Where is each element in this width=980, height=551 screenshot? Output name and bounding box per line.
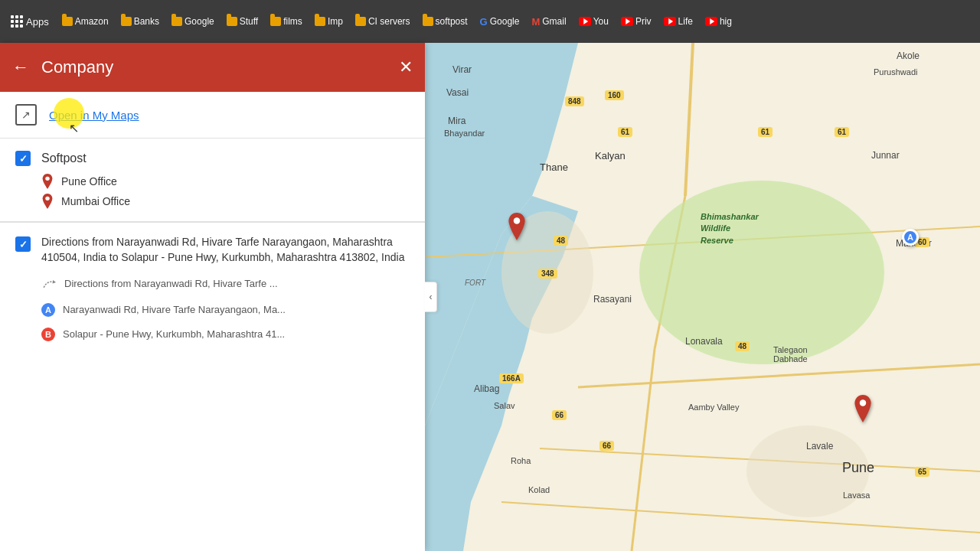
bookmark-youtube-priv[interactable]: Priv	[617, 14, 655, 29]
bookmark-label: Google	[185, 16, 214, 27]
main-content: ← Company ✕ Open in My Maps ↖ Softpost	[0, 43, 980, 551]
open-in-mymaps-icon	[15, 104, 37, 126]
bookmark-label: Stuff	[240, 16, 258, 27]
road-number-65: 65	[915, 467, 929, 477]
directions-sub-item-a[interactable]: A Narayanwadi Rd, Hivare Tarfe Narayanga…	[41, 303, 410, 317]
map-label-fort: FORT	[465, 279, 485, 287]
map-label-kalyan: Kalyan	[595, 150, 626, 161]
bookmark-google-g[interactable]: G Google	[476, 14, 524, 30]
map-label-aamby: Aamby Valley	[688, 403, 739, 412]
directions-sub-list: Directions from Narayanwadi Rd, Hivare T…	[41, 277, 410, 341]
bookmark-label: CI servers	[368, 16, 410, 27]
apps-button[interactable]: Apps	[6, 12, 54, 31]
directions-sub-item-route[interactable]: Directions from Narayanwadi Rd, Hivare T…	[41, 277, 410, 292]
cursor-arrow: ↖	[69, 121, 79, 135]
waypoint-b-text: Solapur - Pune Hwy, Kurkumbh, Maharashtr…	[63, 328, 285, 341]
map-label-virar: Virar	[452, 64, 472, 75]
bookmark-ci-servers[interactable]: CI servers	[351, 14, 414, 29]
collapse-panel-toggle[interactable]: ‹	[425, 282, 437, 312]
map-label-roha: Roha	[511, 456, 531, 465]
close-button[interactable]: ✕	[399, 57, 413, 77]
bookmark-label: Gmail	[542, 16, 566, 27]
route-text: Directions from Narayanwadi Rd, Hivare T…	[64, 277, 278, 291]
directions-section: Directions from Narayanwadi Rd, Hivare T…	[0, 223, 425, 354]
location-item-mumbai[interactable]: Mumbai Office	[41, 194, 410, 209]
browser-toolbar: Apps Amazon Banks Google Stuff films Imp…	[0, 0, 980, 43]
map-label-thane: Thane	[540, 161, 568, 173]
softpost-checkbox[interactable]	[15, 151, 31, 166]
location-pin-icon	[41, 194, 54, 209]
folder-icon	[227, 17, 237, 26]
bookmark-google[interactable]: Google	[168, 14, 218, 29]
youtube-icon	[664, 17, 676, 26]
folder-icon	[270, 17, 281, 26]
location-list: Pune Office Mumbai Office	[41, 174, 410, 209]
folder-icon	[355, 17, 366, 26]
road-number-848: 848	[565, 96, 584, 106]
road-number-61-2: 61	[758, 127, 773, 137]
collapse-icon: ‹	[430, 292, 433, 302]
directions-checkbox[interactable]	[15, 236, 31, 252]
bookmark-label: Life	[678, 16, 693, 27]
map-area[interactable]: Virar Vasai Mira Bhayandar Thane Kalyan …	[425, 43, 980, 551]
location-item-pune[interactable]: Pune Office	[41, 174, 410, 189]
map-label-pune: Pune	[842, 460, 874, 476]
open-mymaps-row[interactable]: Open in My Maps ↖	[0, 92, 425, 139]
map-pin-pune[interactable]	[852, 395, 874, 425]
directions-sub-item-b[interactable]: B Solapur - Pune Hwy, Kurkumbh, Maharash…	[41, 328, 410, 341]
folder-icon	[121, 17, 132, 26]
road-number-61-3: 61	[835, 127, 849, 137]
back-button[interactable]: ←	[12, 57, 29, 77]
bookmark-amazon[interactable]: Amazon	[58, 14, 113, 29]
bookmark-label: hig	[720, 16, 732, 27]
map-label-lavasa: Lavasa	[843, 491, 870, 500]
bookmark-softpost[interactable]: softpost	[419, 14, 472, 29]
svg-point-1	[45, 197, 49, 201]
bookmark-imp[interactable]: Imp	[311, 14, 347, 29]
bookmark-films[interactable]: films	[266, 14, 306, 29]
bookmark-label: Priv	[635, 16, 652, 27]
youtube-icon	[621, 17, 633, 26]
map-pin-mumbai[interactable]	[506, 213, 528, 243]
map-label-akole: Akole	[897, 51, 920, 61]
map-label-lonavala: Lonavala	[685, 336, 723, 347]
bookmark-stuff[interactable]: Stuff	[223, 14, 262, 29]
svg-marker-2	[53, 280, 57, 284]
road-number-66-1: 66	[552, 410, 567, 420]
directions-header: Directions from Narayanwadi Rd, Hivare T…	[15, 235, 410, 265]
map-label-bhimashankar: BhimashankarWildlifeReserve	[701, 211, 759, 246]
gmail-icon: M	[531, 16, 540, 28]
waypoint-a-text: Narayanwadi Rd, Hivare Tarfe Narayangaon…	[63, 303, 286, 317]
youtube-icon	[705, 17, 717, 26]
bookmark-hig[interactable]: hig	[701, 14, 736, 29]
map-label-lavale: Lavale	[806, 441, 833, 452]
google-icon: G	[480, 16, 488, 28]
map-label-vasai: Vasai	[446, 87, 469, 98]
bookmark-youtube-life[interactable]: Life	[660, 14, 697, 29]
map-label-mira: Mira	[448, 116, 466, 126]
bookmark-youtube-you[interactable]: You	[575, 14, 612, 29]
softpost-layer-section: Softpost Pune Office	[0, 139, 425, 222]
folder-icon	[315, 17, 325, 26]
apps-label: Apps	[26, 16, 49, 28]
left-panel: ← Company ✕ Open in My Maps ↖ Softpost	[0, 43, 425, 551]
youtube-icon	[579, 17, 591, 26]
road-number-348: 348	[538, 269, 557, 279]
waypoint-b-marker: B	[41, 328, 55, 341]
map-label-kolad: Kolad	[528, 485, 550, 494]
location-pin-icon	[41, 174, 54, 189]
bookmark-label: Imp	[328, 16, 343, 27]
map-label-talegaon: TalegaonDabhade	[773, 345, 808, 364]
svg-point-14	[514, 217, 520, 223]
waypoint-a-marker: A	[41, 303, 55, 317]
open-mymaps-link[interactable]: Open in My Maps	[49, 109, 139, 122]
bookmark-banks[interactable]: Banks	[117, 14, 163, 29]
map-label-rasayani: Rasayani	[593, 294, 632, 305]
bookmark-label: Google	[490, 16, 520, 27]
road-number-48: 48	[554, 236, 568, 246]
panel-title: Company	[41, 57, 399, 77]
bookmark-gmail[interactable]: M Gmail	[528, 14, 570, 30]
road-number-166a: 166A	[499, 373, 524, 383]
map-label-bhayandar: Bhayandar	[444, 129, 485, 138]
folder-icon	[62, 17, 73, 26]
